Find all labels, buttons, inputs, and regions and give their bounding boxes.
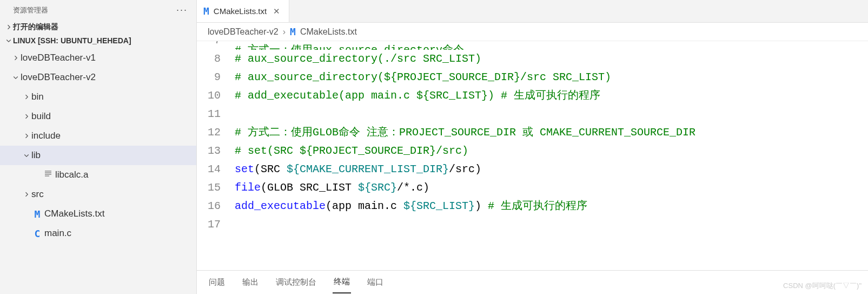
line-number: 13 [197, 142, 235, 160]
code-line[interactable]: 15file(GLOB SRC_LIST ${SRC}/*.c) [197, 179, 868, 197]
more-actions-icon[interactable]: ··· [176, 4, 188, 16]
tree-item-label: bin [31, 92, 44, 102]
line-number: 17 [197, 215, 235, 234]
chevron-right-icon [22, 191, 31, 198]
tree-file[interactable]: libcalc.a [0, 165, 196, 185]
code-line[interactable]: 11 [197, 105, 868, 123]
chevron-right-icon [11, 55, 21, 61]
main-area: M CMakeLists.txt ✕ loveDBTeacher-v2 › M … [197, 0, 868, 294]
panel-tab[interactable]: 终端 [333, 271, 351, 293]
code-line[interactable]: 7# 方式一：使用aux_source_directory命令 [197, 41, 868, 50]
breadcrumb-segment[interactable]: loveDBTeacher-v2 [208, 27, 279, 37]
tree-item-label: CMakeLists.txt [44, 208, 104, 219]
tree-item-label: src [31, 189, 44, 200]
chevron-down-icon [4, 37, 13, 44]
tab-cmakelists[interactable]: M CMakeLists.txt ✕ [197, 0, 289, 22]
code-line[interactable]: 8# aux_source_directory(./src SRC_LIST) [197, 50, 868, 68]
line-number: 9 [197, 68, 235, 87]
code-line[interactable]: 12# 方式二：使用GLOB命令 注意：PROJECT_SOURCE_DIR 或… [197, 123, 868, 142]
line-number: 15 [197, 179, 235, 197]
close-icon[interactable]: ✕ [271, 5, 282, 17]
tree-item-label: lib [31, 150, 41, 161]
chevron-right-icon [22, 94, 31, 100]
tree-item-label: build [31, 111, 51, 122]
chevron-right-icon [22, 113, 31, 120]
line-number: 10 [197, 87, 235, 105]
chevron-right-icon: › [283, 27, 286, 37]
code-line[interactable]: 10# add_executable(app main.c ${SRC_LIST… [197, 87, 868, 105]
cmake-file-icon: M [203, 5, 209, 17]
panel-tab[interactable]: 问题 [208, 272, 226, 293]
line-number: 7 [197, 41, 235, 50]
editor-tabs: M CMakeLists.txt ✕ [197, 0, 868, 23]
c-file-icon: C [35, 228, 41, 239]
file-tree: loveDBTeacher-v1loveDBTeacher-v2binbuild… [0, 47, 196, 244]
line-number: 12 [197, 123, 235, 142]
cmake-file-icon: M [35, 208, 41, 220]
tree-item-label: loveDBTeacher-v1 [21, 53, 96, 63]
tree-item-label: libcalc.a [55, 169, 88, 180]
open-editors-label: 打开的编辑器 [13, 22, 58, 32]
panel-tab[interactable]: 输出 [241, 272, 260, 293]
panel-tabs: 问题输出调试控制台终端端口 [197, 270, 868, 294]
line-number: 14 [197, 160, 235, 179]
sidebar: 资源管理器 ··· 打开的编辑器 LINUX [SSH: UBUNTU_HEHE… [0, 0, 197, 294]
chevron-down-icon [22, 152, 31, 159]
chevron-right-icon [22, 133, 31, 139]
line-number: 11 [197, 105, 235, 123]
panel-tab[interactable]: 调试控制台 [275, 272, 317, 293]
workspace-label: LINUX [SSH: UBUNTU_HEHEDA] [13, 36, 131, 45]
tree-folder[interactable]: src [0, 185, 196, 204]
tree-file[interactable]: MCMakeLists.txt [0, 204, 196, 224]
chevron-down-icon [11, 74, 21, 81]
code-line[interactable]: 13# set(SRC ${PROJECT_SOURCE_DIR}/src) [197, 142, 868, 160]
panel-tab[interactable]: 端口 [366, 272, 385, 293]
breadcrumb-segment[interactable]: CMakeLists.txt [300, 27, 357, 37]
line-number: 16 [197, 197, 235, 215]
tree-item-label: loveDBTeacher-v2 [21, 72, 96, 83]
sidebar-header: 资源管理器 ··· [0, 0, 196, 20]
tree-folder[interactable]: build [0, 107, 196, 126]
explorer-title: 资源管理器 [13, 5, 48, 15]
code-line[interactable]: 14set(SRC ${CMAKE_CURRENT_LIST_DIR}/src) [197, 160, 868, 179]
code-line[interactable]: 16add_executable(app main.c ${SRC_LIST})… [197, 197, 868, 215]
line-number: 8 [197, 50, 235, 68]
cmake-file-icon: M [290, 26, 296, 37]
code-line[interactable]: 17 [197, 215, 868, 234]
code-line[interactable]: 9# aux_source_directory(${PROJECT_SOURCE… [197, 68, 868, 87]
tree-item-label: include [31, 130, 61, 141]
code-editor[interactable]: 7# 方式一：使用aux_source_directory命令8# aux_so… [197, 41, 868, 270]
tree-item-label: main.c [44, 228, 71, 239]
tab-label: CMakeLists.txt [214, 6, 267, 16]
breadcrumb[interactable]: loveDBTeacher-v2 › M CMakeLists.txt [197, 23, 868, 41]
tree-folder[interactable]: loveDBTeacher-v2 [0, 68, 196, 87]
tree-folder[interactable]: include [0, 126, 196, 146]
open-editors-section[interactable]: 打开的编辑器 [0, 20, 196, 34]
tree-folder[interactable]: bin [0, 87, 196, 107]
file-icon [44, 169, 52, 181]
workspace-section[interactable]: LINUX [SSH: UBUNTU_HEHEDA] [0, 34, 196, 47]
tree-file[interactable]: Cmain.c [0, 224, 196, 243]
chevron-right-icon [4, 24, 13, 30]
tree-folder[interactable]: loveDBTeacher-v1 [0, 48, 196, 68]
tree-folder[interactable]: lib [0, 146, 196, 165]
